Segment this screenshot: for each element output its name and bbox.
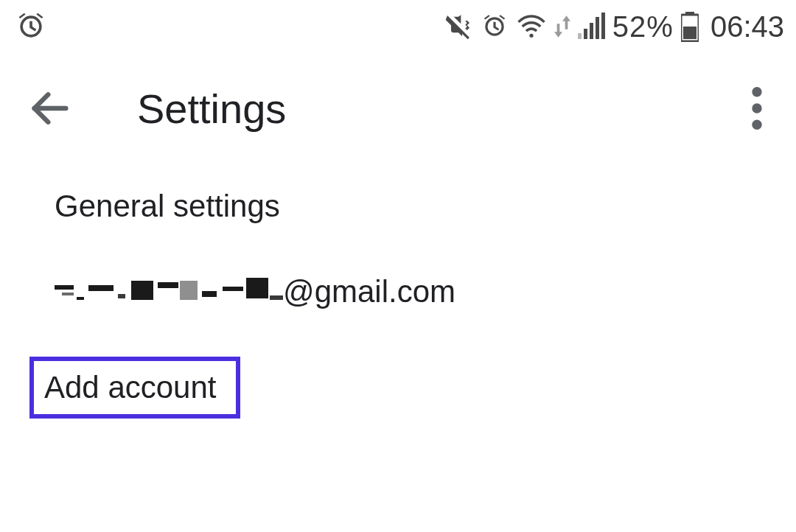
wifi-icon: [516, 11, 547, 42]
signal-icon: [578, 14, 605, 39]
svg-rect-20: [246, 278, 268, 282]
redacted-email-local: [55, 275, 283, 309]
back-button[interactable]: [27, 85, 90, 132]
alarm-small-icon: [481, 13, 509, 41]
svg-rect-17: [223, 287, 243, 291]
account-row[interactable]: @gmail.com: [0, 249, 796, 335]
svg-rect-9: [62, 293, 74, 295]
svg-rect-18: [246, 281, 268, 298]
svg-rect-14: [158, 282, 178, 288]
svg-point-7: [752, 120, 761, 130]
add-account-highlight: Add account: [29, 357, 240, 419]
svg-rect-12: [118, 294, 125, 298]
status-time: 06:43: [711, 10, 784, 43]
svg-rect-13: [131, 281, 153, 300]
alarm-icon: [15, 10, 47, 43]
page-title: Settings: [137, 85, 286, 133]
svg-rect-19: [270, 295, 283, 300]
status-bar: 52% 06:43: [0, 0, 796, 53]
general-settings-label: General settings: [55, 189, 280, 223]
svg-rect-3: [683, 27, 696, 39]
battery-percent: 52%: [612, 10, 674, 43]
svg-point-6: [752, 103, 761, 113]
svg-rect-8: [55, 285, 74, 290]
overflow-menu-button[interactable]: [733, 87, 781, 130]
settings-list: General settings @gmail.com: [0, 164, 796, 419]
svg-rect-11: [88, 285, 114, 291]
svg-rect-16: [202, 291, 217, 297]
app-bar: Settings: [0, 53, 796, 164]
vibrate-mute-icon: [444, 12, 473, 41]
svg-rect-2: [685, 12, 694, 15]
account-email-domain: @gmail.com: [283, 274, 455, 309]
add-account-label: Add account: [44, 370, 217, 405]
more-vert-icon: [752, 87, 762, 130]
add-account-row[interactable]: Add account: [0, 335, 796, 419]
svg-point-0: [529, 34, 533, 38]
data-arrows-icon: [554, 15, 570, 38]
battery-icon: [681, 11, 699, 42]
general-settings-row[interactable]: General settings: [0, 164, 796, 249]
svg-rect-15: [180, 281, 198, 300]
arrow-left-icon: [27, 85, 74, 132]
svg-rect-10: [77, 297, 84, 300]
svg-point-5: [752, 87, 761, 97]
